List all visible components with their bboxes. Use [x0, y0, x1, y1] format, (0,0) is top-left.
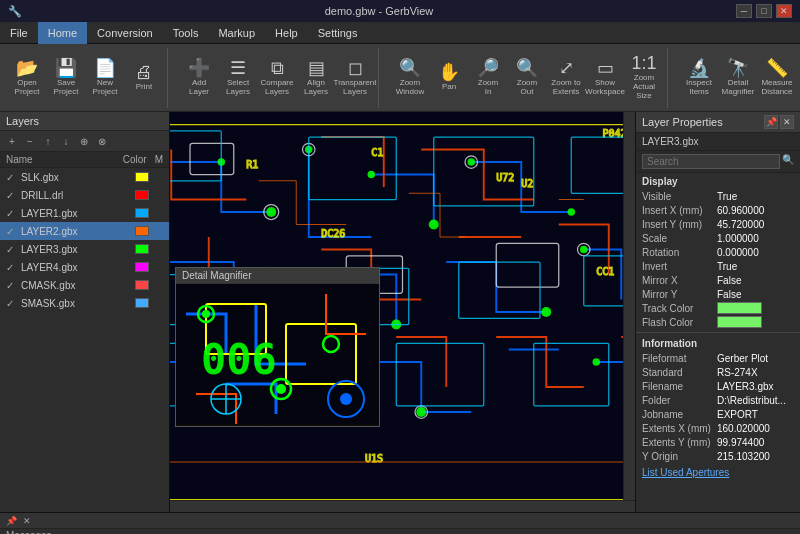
open-project-icon: 📂	[16, 59, 38, 77]
toolbar-btn-transparent-layers[interactable]: ◻TransparentLayers	[336, 51, 374, 105]
rp-info-value-2: LAYER3.gbx	[717, 381, 794, 392]
print-icon: 🖨	[135, 63, 153, 81]
toolbar-btn-measure-distance[interactable]: 📏MeasureDistance	[758, 51, 796, 105]
layers-tb-btn-5[interactable]: ⊕	[76, 133, 92, 149]
rp-value-6: False	[717, 275, 794, 286]
zoom-window-icon: 🔍	[399, 59, 421, 77]
rp-close-button[interactable]: ✕	[780, 115, 794, 129]
layer-color-swatch-2	[135, 208, 149, 218]
svg-point-20	[368, 171, 376, 179]
layer-row-2[interactable]: ✓ LAYER1.gbx	[0, 204, 169, 222]
layer-check-0[interactable]: ✓	[6, 172, 18, 183]
close-button[interactable]: ✕	[776, 4, 792, 18]
layers-toolbar: + − ↑ ↓ ⊕ ⊗	[0, 131, 169, 152]
layer-check-7[interactable]: ✓	[6, 298, 18, 309]
toolbar-btn-zoom-window[interactable]: 🔍ZoomWindow	[391, 51, 429, 105]
layer-check-6[interactable]: ✓	[6, 280, 18, 291]
layer-name-4: LAYER3.gbx	[21, 244, 135, 255]
toolbar-btn-new-project[interactable]: 📄NewProject	[86, 51, 124, 105]
menu-item-help[interactable]: Help	[265, 22, 308, 44]
layer-check-4[interactable]: ✓	[6, 244, 18, 255]
layer-row-1[interactable]: ✓ DRILL.drl	[0, 186, 169, 204]
messages-close-btn[interactable]: ✕	[20, 515, 34, 527]
messages-pin-btn[interactable]: 📌	[4, 515, 18, 527]
layer-check-5[interactable]: ✓	[6, 262, 18, 273]
pan-icon: ✋	[438, 63, 460, 81]
rp-color-swatch-8[interactable]	[717, 302, 762, 314]
layers-list: ✓ SLK.gbx ✓ DRILL.drl ✓ LAYER1.gbx ✓ LAY…	[0, 168, 169, 312]
toolbar-btn-save-project[interactable]: 💾SaveProject	[47, 51, 85, 105]
layers-panel: Layers + − ↑ ↓ ⊕ ⊗ Name Color M ✓ SLK.gb…	[0, 112, 170, 512]
toolbar-btn-detail-magnifier[interactable]: 🔭DetailMagnifier	[719, 51, 757, 105]
layers-tb-btn-6[interactable]: ⊗	[94, 133, 110, 149]
toolbar-btn-zoomto-extents[interactable]: ⤢Zoom toExtents	[547, 51, 585, 105]
layer-row-6[interactable]: ✓ CMASK.gbx	[0, 276, 169, 294]
minimize-button[interactable]: ─	[736, 4, 752, 18]
list-apertures-link[interactable]: List Used Apertures	[642, 467, 729, 478]
menu-item-file[interactable]: File	[0, 22, 38, 44]
toolbar-btn-zoom-actualsize[interactable]: 1:1ZoomActual Size	[625, 51, 663, 105]
toolbar-btn-open-project[interactable]: 📂OpenProject	[8, 51, 46, 105]
layer-row-4[interactable]: ✓ LAYER3.gbx	[0, 240, 169, 258]
rp-info-value-5: 160.020000	[717, 423, 794, 434]
toolbar-btn-print[interactable]: 🖨Print	[125, 51, 163, 105]
rp-label-scale: Scale	[642, 233, 717, 244]
rp-info-value-1: RS-274X	[717, 367, 794, 378]
toolbar-btn-add-layer[interactable]: ➕AddLayer	[180, 51, 218, 105]
layers-tb-btn-4[interactable]: ↓	[58, 133, 74, 149]
toolbar-btn-compare-layers[interactable]: ⧉CompareLayers	[258, 51, 296, 105]
zoomto-extents-icon: ⤢	[559, 59, 574, 77]
canvas-vscroll[interactable]	[623, 112, 635, 500]
maximize-button[interactable]: □	[756, 4, 772, 18]
layer-color-swatch-3	[135, 226, 149, 236]
menu-item-settings[interactable]: Settings	[308, 22, 368, 44]
menu-item-tools[interactable]: Tools	[163, 22, 209, 44]
rp-info-value-6: 99.974400	[717, 437, 794, 448]
layer-row-3[interactable]: ✓ LAYER2.gbx	[0, 222, 169, 240]
rp-divider	[636, 332, 800, 333]
layer-row-0[interactable]: ✓ SLK.gbx	[0, 168, 169, 186]
menu-item-markup[interactable]: Markup	[208, 22, 265, 44]
menu-item-conversion[interactable]: Conversion	[87, 22, 163, 44]
toolbar-btn-zoom-in[interactable]: 🔎ZoomIn	[469, 51, 507, 105]
rp-display-title: Display	[642, 176, 794, 187]
layers-tb-btn-2[interactable]: −	[22, 133, 38, 149]
layer-color-swatch-0	[135, 172, 149, 182]
toolbar-btn-select-layers[interactable]: ☰SelectLayers	[219, 51, 257, 105]
rp-color-swatch-9[interactable]	[717, 316, 762, 328]
menu-item-home[interactable]: Home	[38, 22, 87, 44]
layer-row-7[interactable]: ✓ SMASK.gbx	[0, 294, 169, 312]
messages-header: Messages	[0, 529, 800, 534]
layer-check-2[interactable]: ✓	[6, 208, 18, 219]
toolbar-btn-show-workspace[interactable]: ▭ShowWorkspace	[586, 51, 624, 105]
app-icon: 🔧	[8, 5, 22, 18]
rp-display-row-3: Scale1.000000	[642, 231, 794, 245]
toolbar-btn-align-layers[interactable]: ▤AlignLayers	[297, 51, 335, 105]
rp-info-row-7: Y Origin215.103200	[642, 449, 794, 463]
add-layer-icon: ➕	[188, 59, 210, 77]
rp-value-0: True	[717, 191, 794, 202]
rp-display-row-0: VisibleTrue	[642, 189, 794, 203]
canvas-hscroll[interactable]	[170, 500, 635, 512]
toolbar-btn-zoom-out[interactable]: 🔍ZoomOut	[508, 51, 546, 105]
svg-point-72	[340, 393, 352, 405]
canvas-area[interactable]: U1 R1 C1 U2 U62 DC26 U72 CC1 P042 U1S	[170, 112, 635, 512]
svg-text:CC1: CC1	[596, 266, 614, 277]
window-title: demo.gbw - GerbView	[22, 5, 736, 17]
measure-distance-icon: 📏	[766, 59, 788, 77]
rp-label-mirror_y: Mirror Y	[642, 289, 717, 300]
layer-properties-link: List Used Apertures	[636, 464, 800, 481]
layers-tb-btn-1[interactable]: +	[4, 133, 20, 149]
toolbar-btn-inspect-items[interactable]: 🔬InspectItems	[680, 51, 718, 105]
toolbar-btn-pan[interactable]: ✋Pan	[430, 51, 468, 105]
layer-properties-search-input[interactable]	[642, 154, 780, 169]
rp-info-row-4: JobnameEXPORT	[642, 407, 794, 421]
layer-check-1[interactable]: ✓	[6, 190, 18, 201]
layer-row-5[interactable]: ✓ LAYER4.gbx	[0, 258, 169, 276]
rp-pin-button[interactable]: 📌	[764, 115, 778, 129]
toolbar: 📂OpenProject💾SaveProject📄NewProject🖨Prin…	[0, 44, 800, 112]
toolbar-group-utility: 🔬InspectItems🔭DetailMagnifier📏MeasureDis…	[676, 48, 800, 108]
layer-check-3[interactable]: ✓	[6, 226, 18, 237]
layers-tb-btn-3[interactable]: ↑	[40, 133, 56, 149]
rp-info-label-5: Extents X (mm)	[642, 423, 717, 434]
